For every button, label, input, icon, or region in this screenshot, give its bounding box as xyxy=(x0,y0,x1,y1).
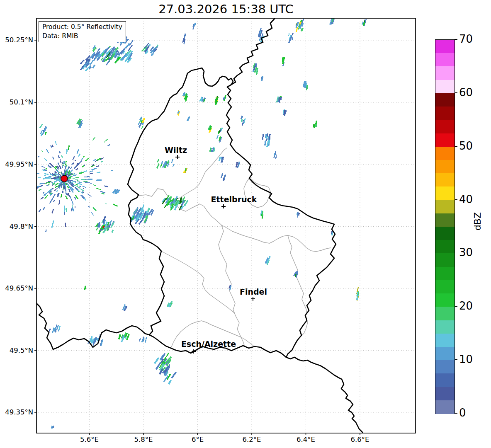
city-label: Findel xyxy=(240,287,267,296)
radar-echo xyxy=(54,186,57,189)
radar-echo xyxy=(52,145,53,147)
radar-echo xyxy=(65,185,67,195)
colorbar-tick-label: 10 xyxy=(459,354,473,366)
radar-echo xyxy=(81,179,86,180)
colorbar-tick-label: 30 xyxy=(459,247,473,259)
radar-echo xyxy=(54,188,57,191)
radar-echo xyxy=(74,197,76,200)
radar-echo xyxy=(292,37,294,40)
y-tick-label: 49.35°N xyxy=(0,408,33,416)
radar-echo xyxy=(58,162,59,165)
city-marker xyxy=(175,155,180,159)
radar-echo xyxy=(38,177,46,178)
radar-echo xyxy=(6,179,11,180)
radar-echo xyxy=(129,40,134,46)
colorbar-tick xyxy=(455,39,457,40)
radar-echo xyxy=(69,177,71,179)
radar-echo xyxy=(118,334,121,339)
radar-echo xyxy=(216,135,219,139)
radar-echo xyxy=(71,205,73,207)
radar-echo xyxy=(38,189,41,191)
radar-echo xyxy=(42,192,44,194)
radar-echo xyxy=(264,140,266,146)
radar-echo xyxy=(173,164,175,167)
radar-echo xyxy=(66,208,67,212)
radar-echo xyxy=(64,170,65,172)
radar-echo xyxy=(301,28,304,31)
radar-echo xyxy=(107,144,110,146)
radar-echo xyxy=(80,60,85,64)
radar-echo xyxy=(315,121,318,124)
radar-echo xyxy=(91,168,97,170)
radar-echo xyxy=(76,149,79,154)
radar-echo xyxy=(51,178,53,179)
radar-echo xyxy=(55,183,58,186)
radar-echo xyxy=(113,203,118,207)
radar-echo xyxy=(125,43,130,48)
radar-echo xyxy=(68,145,70,150)
y-tick-label: 50.25°N xyxy=(0,36,33,44)
radar-echo xyxy=(59,326,61,330)
radar-echo xyxy=(81,158,83,160)
colorbar-tick-label: 70 xyxy=(459,33,473,45)
colorbar-unit-label: dBZ xyxy=(472,212,483,230)
colorbar-tick-label: 60 xyxy=(459,86,473,99)
radar-echo xyxy=(262,134,264,140)
x-tick-label: 6.4°E xyxy=(297,436,315,443)
radar-echo xyxy=(92,207,97,211)
radar-echo xyxy=(39,183,44,184)
radar-echo xyxy=(58,155,60,158)
radar-echo xyxy=(42,207,45,211)
radar-echo xyxy=(30,194,36,197)
radar-echo xyxy=(90,211,94,216)
colorbar-segment xyxy=(435,334,455,347)
colorbar-segment xyxy=(435,307,455,320)
radar-echo xyxy=(96,228,98,231)
colorbar-segment xyxy=(435,373,455,387)
radar-echo xyxy=(168,380,172,385)
colorbar-segment xyxy=(435,227,455,240)
radar-echo xyxy=(50,145,52,148)
radar-echo xyxy=(97,172,100,173)
colorbar-segment xyxy=(435,293,455,307)
radar-echo xyxy=(147,208,150,212)
radar-echo xyxy=(96,179,101,181)
radar-echo xyxy=(75,168,78,171)
radar-echo xyxy=(65,196,66,197)
radar-echo xyxy=(62,191,63,193)
colorbar-segment xyxy=(435,347,455,361)
radar-echo xyxy=(60,159,61,163)
colorbar-segment xyxy=(435,320,455,334)
radar-echo xyxy=(90,170,93,172)
radar-echo xyxy=(139,338,141,342)
colorbar-segment xyxy=(435,173,455,187)
radar-echo xyxy=(44,173,49,175)
radar-echo xyxy=(61,194,62,198)
y-tick-label: 49.5°N xyxy=(0,346,33,354)
radar-echo xyxy=(64,172,65,173)
radar-echo xyxy=(55,141,57,145)
radar-echo xyxy=(288,33,290,36)
radar-echo xyxy=(96,188,101,190)
radar-echo xyxy=(31,174,33,175)
radar-echo xyxy=(41,150,43,152)
colorbar-segment xyxy=(435,387,455,401)
radar-echo xyxy=(73,178,75,179)
colorbar-segment xyxy=(435,360,455,374)
city-marker xyxy=(221,204,226,208)
colorbar-tick xyxy=(455,253,457,254)
radar-echo xyxy=(187,116,190,121)
national-borders-layer xyxy=(36,19,363,433)
colorbar-segment xyxy=(435,253,455,267)
x-tick-label: 5.6°E xyxy=(80,436,99,443)
radar-echo xyxy=(105,203,107,204)
radar-echo xyxy=(96,165,99,167)
colorbar-segment xyxy=(435,267,455,281)
radar-echo xyxy=(45,132,47,135)
colorbar-segment xyxy=(435,280,455,294)
grid-layer xyxy=(36,18,416,433)
radar-echo xyxy=(85,158,89,161)
radar-echo xyxy=(84,182,92,184)
radar-echo xyxy=(41,166,45,168)
y-tick-label: 50.1°N xyxy=(0,98,33,106)
